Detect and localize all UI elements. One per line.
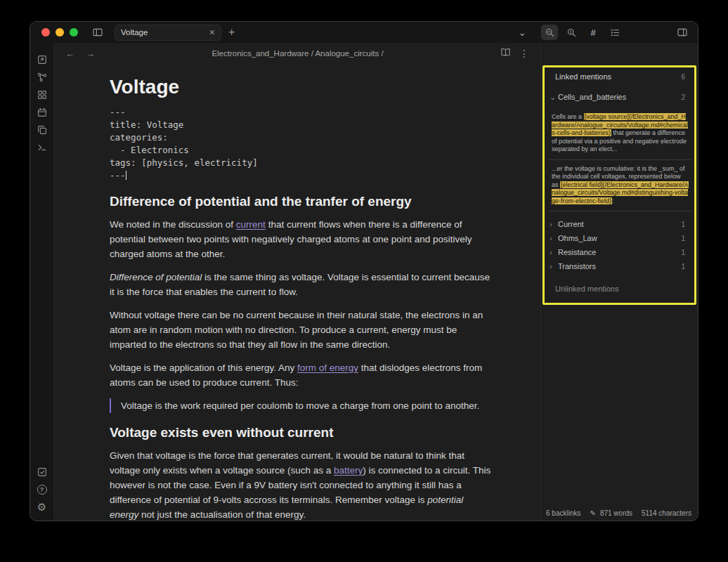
- blockquote: Voltage is the work required per coulomb…: [110, 398, 493, 413]
- frontmatter-line: ---: [110, 106, 493, 119]
- help-icon[interactable]: ?: [34, 481, 51, 498]
- internal-link[interactable]: battery: [334, 465, 363, 476]
- group-count: 1: [681, 235, 685, 242]
- paragraph: Without voltage there can be no current …: [110, 308, 493, 352]
- tab-close-icon[interactable]: ×: [209, 27, 215, 37]
- close-window-button[interactable]: [41, 28, 50, 37]
- frontmatter-line: categories:: [110, 131, 493, 144]
- forward-arrow-icon[interactable]: →: [86, 48, 95, 59]
- match-list: Cells are a [voltage source](/Electronic…: [550, 108, 691, 211]
- editor-pane: ← → Electronics_and_Hardware / Analogue_…: [54, 43, 540, 521]
- ribbon-bottom: ? ⚙: [30, 464, 53, 516]
- tab-title: Voltage: [121, 28, 209, 37]
- text-segment: Cells are a: [552, 113, 584, 120]
- backlinks-count-status[interactable]: 6 backlinks: [546, 509, 580, 517]
- text-segment: We noted in the discussion of: [110, 219, 236, 230]
- group-count: 1: [681, 221, 685, 228]
- editor-header: ← → Electronics_and_Hardware / Analogue_…: [54, 43, 540, 64]
- group-count: 1: [681, 263, 685, 270]
- linked-mentions-header[interactable]: Linked mentions 6: [541, 72, 698, 81]
- internal-link[interactable]: form of energy: [297, 362, 358, 373]
- frontmatter-line: tags: [physics, electricity]: [110, 157, 493, 169]
- character-count-status: 5114 characters: [642, 509, 691, 517]
- back-arrow-icon[interactable]: ←: [65, 48, 74, 59]
- text-segment: Difference of potential: [110, 272, 202, 282]
- paragraph: Voltage is the application of this energ…: [110, 360, 493, 390]
- graph-icon[interactable]: [34, 69, 51, 86]
- grid-icon[interactable]: [34, 86, 51, 103]
- chevron-right-icon: ›: [550, 235, 558, 242]
- backlink-group-transistors[interactable]: › Transistors 1: [541, 259, 698, 273]
- checkbox-icon[interactable]: [34, 464, 51, 481]
- internal-link[interactable]: current: [236, 219, 266, 230]
- chevron-down-icon: ⌄: [550, 93, 558, 101]
- minimize-window-button[interactable]: [56, 28, 64, 37]
- unlinked-mentions-header[interactable]: Unlinked mentions: [541, 285, 698, 293]
- more-options-icon[interactable]: ⋮: [519, 48, 529, 59]
- frontmatter-line: ---: [110, 170, 126, 181]
- chevron-right-icon: ›: [550, 263, 558, 270]
- text-segment: not just the actualisation of that energ…: [138, 509, 306, 520]
- help-glyph: ?: [40, 486, 44, 493]
- tab-list-chevron-icon[interactable]: ⌄: [518, 27, 526, 38]
- settings-gear-icon[interactable]: ⚙: [34, 499, 51, 516]
- text-segment: :: [612, 197, 614, 204]
- titlebar: Voltage × + ⌄ #: [30, 22, 698, 43]
- hash-icon[interactable]: #: [585, 25, 602, 40]
- new-tab-button[interactable]: +: [228, 26, 235, 39]
- frontmatter-block[interactable]: --- title: Voltage categories: - Electro…: [110, 106, 493, 182]
- window-controls: [41, 28, 78, 37]
- note-title: Voltage: [110, 75, 493, 99]
- group-count: 2: [681, 93, 685, 101]
- group-label: Ohms_Law: [558, 234, 597, 242]
- backlinks-panel: Linked mentions 6 ⌄ Cells_and_batteries …: [540, 43, 698, 521]
- text-segment: Voltage is the application of this energ…: [110, 362, 297, 373]
- reading-mode-book-icon[interactable]: [500, 47, 511, 60]
- search-edit-icon[interactable]: [541, 25, 558, 40]
- bullet-list-icon[interactable]: [606, 25, 623, 40]
- titlebar-actions: ⌄ #: [518, 25, 691, 40]
- desktop-background: Voltage × + ⌄ #: [0, 0, 728, 562]
- chevron-right-icon: ›: [550, 221, 558, 228]
- paragraph: Given that voltage is the force that gen…: [110, 448, 493, 521]
- calendar-icon[interactable]: [34, 104, 51, 121]
- backlink-match[interactable]: Cells are a [voltage source](/Electronic…: [550, 108, 691, 160]
- paragraph: We noted in the discussion of current th…: [110, 217, 493, 261]
- left-sidebar-toggle-icon[interactable]: [89, 25, 106, 40]
- chevron-right-icon: ›: [550, 249, 558, 256]
- zoom-window-button[interactable]: [70, 28, 78, 37]
- paragraph: Difference of potential is the same thin…: [110, 270, 493, 299]
- group-label: Cells_and_batteries: [558, 93, 626, 101]
- linked-mentions-count: 6: [681, 73, 685, 81]
- nav-arrows: ← →: [65, 48, 95, 59]
- search-link-icon[interactable]: [563, 25, 580, 40]
- text-cursor: [126, 171, 126, 180]
- terminal-icon[interactable]: [34, 139, 51, 156]
- left-ribbon: ? ⚙: [30, 43, 54, 521]
- right-sidebar-toggle-icon[interactable]: [674, 25, 691, 40]
- text-segment: Without voltage there can be no current …: [110, 310, 483, 350]
- backlink-group-resistance[interactable]: › Resistance 1: [541, 245, 698, 259]
- backlink-match[interactable]: ...er the voltage is cumulative: it is t…: [550, 160, 691, 212]
- tab-voltage[interactable]: Voltage ×: [115, 25, 221, 41]
- pencil-icon: ✎: [590, 509, 596, 517]
- backlink-group-ohms-law[interactable]: › Ohms_Law 1: [541, 231, 698, 245]
- backlink-group-current[interactable]: › Current 1: [541, 217, 698, 231]
- obsidian-window: Voltage × + ⌄ #: [30, 21, 698, 521]
- copy-icon[interactable]: [34, 122, 51, 138]
- frontmatter-line: title: Voltage: [110, 119, 493, 131]
- backlink-group-cells-and-batteries[interactable]: ⌄ Cells_and_batteries 2: [541, 90, 698, 104]
- editor-header-actions: ⋮: [500, 47, 529, 60]
- gear-glyph: ⚙: [37, 501, 46, 514]
- file-export-icon[interactable]: [34, 51, 51, 68]
- text-segment: Voltage is the work required per coulomb…: [121, 400, 479, 411]
- window-body: ? ⚙ ← → Electronics_and_Hardware / Analo…: [30, 43, 698, 521]
- group-label: Resistance: [558, 248, 596, 256]
- group-count: 1: [681, 249, 685, 256]
- word-count-status: 871 words: [600, 509, 632, 517]
- match-highlight: [electrical field](/Electronics_and_Hard…: [552, 181, 689, 204]
- group-label: Transistors: [558, 262, 596, 270]
- section-heading: Difference of potential and the tranfer …: [110, 193, 493, 210]
- note-content: Voltage --- title: Voltage categories: -…: [54, 64, 493, 521]
- breadcrumb[interactable]: Electronics_and_Hardware / Analogue_circ…: [95, 49, 500, 58]
